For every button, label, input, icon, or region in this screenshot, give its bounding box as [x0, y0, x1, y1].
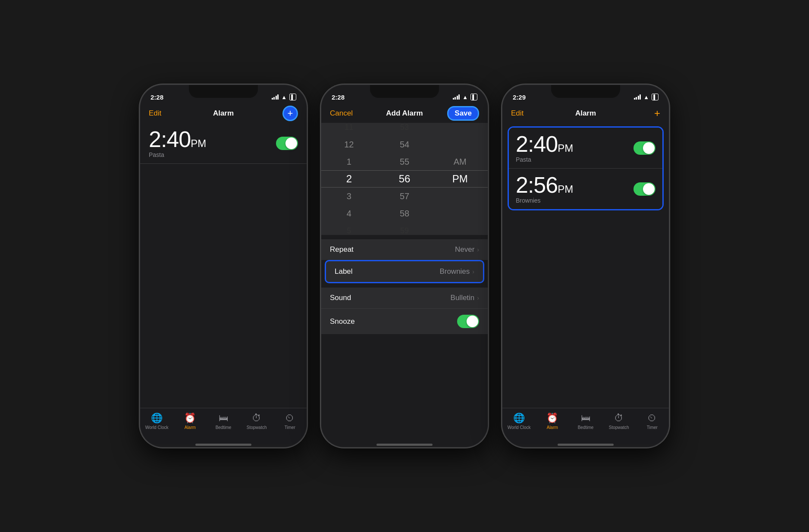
sound-snooze-section-2: Sound Bulletin › Snooze — [321, 288, 488, 334]
tab-timer-1[interactable]: ⏲ Timer — [277, 413, 303, 430]
alarm-label-1: Pasta — [149, 151, 206, 158]
time-picker-2[interactable]: 11 12 1 2 3 4 5 53 54 55 56 57 58 59 — [321, 123, 488, 235]
nav-bar-1: Edit Alarm + — [140, 104, 307, 123]
home-indicator-2 — [321, 444, 488, 447]
label-row-2[interactable]: Label Brownies › — [325, 260, 484, 283]
tab-bedtime-3[interactable]: 🛏 Bedtime — [573, 413, 599, 430]
label-chevron-2: › — [472, 268, 474, 275]
battery-icon-1: ▌ — [289, 94, 296, 100]
picker-am: AM — [432, 153, 488, 170]
repeat-value-2: Never › — [455, 245, 479, 254]
tab-world-clock-3[interactable]: 🌐 World Clock — [506, 413, 532, 430]
spacer-2 — [321, 334, 488, 444]
picker-hour-12: 12 — [321, 136, 377, 153]
edit-button-3[interactable]: Edit — [511, 109, 524, 118]
picker-hour-3: 3 — [321, 188, 377, 205]
wifi-icon-3: ▲ — [643, 94, 649, 100]
alarm-time-display-3-2: 2:56PM — [516, 174, 573, 196]
bedtime-label-3: Bedtime — [578, 425, 594, 430]
label-label-2: Label — [335, 267, 353, 276]
phone-2-screen: 2:28 ▲ ▌ Cancel Add Alarm Save — [321, 85, 488, 447]
status-bar-3: 2:29 ▲ ▌ — [502, 85, 669, 104]
picker-min-55: 55 — [377, 153, 433, 170]
snooze-toggle-2[interactable] — [457, 315, 479, 328]
repeat-label-2: Repeat — [330, 245, 354, 254]
tab-world-clock-1[interactable]: 🌐 World Clock — [144, 413, 170, 430]
picker-min-58: 58 — [377, 205, 433, 222]
save-button-2[interactable]: Save — [447, 106, 479, 121]
alarm-toggle-3-1[interactable] — [633, 141, 655, 155]
plus-icon-1: + — [288, 109, 293, 118]
picker-hour-11: 11 — [321, 123, 377, 136]
sound-chevron-2: › — [477, 294, 479, 301]
bedtime-icon-3: 🛏 — [581, 413, 590, 424]
alarm-label-3-1: Pasta — [516, 156, 573, 163]
label-row-container-2: Label Brownies › — [321, 260, 488, 283]
status-bar-2: 2:28 ▲ ▌ — [321, 85, 488, 104]
alarm-item-3-1[interactable]: 2:40PM Pasta — [509, 128, 662, 168]
repeat-row-2[interactable]: Repeat Never › — [321, 239, 488, 260]
picker-pm: PM — [432, 170, 488, 188]
snooze-label-2: Snooze — [330, 317, 355, 326]
home-indicator-1 — [140, 444, 307, 447]
alarm-tab-label-1: Alarm — [185, 425, 196, 430]
edit-button-1[interactable]: Edit — [149, 109, 161, 118]
stopwatch-label-1: Stopwatch — [247, 425, 267, 430]
alarm-icon-3: ⏰ — [546, 413, 558, 424]
repeat-chevron-2: › — [477, 246, 479, 253]
alarm-icon-1: ⏰ — [184, 413, 196, 424]
picker-ampm-2[interactable]: AM PM — [432, 123, 488, 235]
wifi-icon-2: ▲ — [462, 94, 468, 100]
tab-bedtime-1[interactable]: 🛏 Bedtime — [210, 413, 236, 430]
alarm-ampm-3-2: PM — [558, 183, 573, 195]
alarm-time-block-3-2: 2:56PM Brownies — [516, 174, 573, 204]
alarm-tab-label-3: Alarm — [547, 425, 558, 430]
timer-icon-1: ⏲ — [285, 413, 295, 424]
bedtime-icon-1: 🛏 — [219, 413, 228, 424]
alarm-time-3-2: 2:56 — [516, 172, 558, 197]
picker-min-53: 53 — [377, 123, 433, 136]
picker-min-59: 59 — [377, 222, 433, 235]
phone-1-screen: 2:28 ▲ ▌ Edit Alarm + — [140, 85, 307, 447]
tab-alarm-1[interactable]: ⏰ Alarm — [177, 413, 203, 430]
nav-title-1: Alarm — [213, 109, 234, 118]
alarm-list-highlighted-3: 2:40PM Pasta 2:56PM Brownies — [508, 126, 664, 210]
alarm-item-3-2[interactable]: 2:56PM Brownies — [509, 168, 662, 209]
alarm-list-1: 2:40PM Pasta — [140, 123, 307, 408]
picker-minutes-2[interactable]: 53 54 55 56 57 58 59 — [377, 123, 433, 235]
alarm-time-display-1: 2:40PM — [149, 128, 206, 150]
alarm-time-block-1: 2:40PM Pasta — [149, 128, 206, 158]
add-alarm-button-1[interactable]: + — [282, 106, 298, 121]
tab-timer-3[interactable]: ⏲ Timer — [639, 413, 665, 430]
snooze-row-2[interactable]: Snooze — [321, 309, 488, 334]
picker-min-56: 56 — [377, 170, 433, 188]
phones-container: 2:28 ▲ ▌ Edit Alarm + — [139, 84, 670, 448]
alarm-ampm-1: PM — [191, 138, 206, 149]
picker-hour-5: 5 — [321, 222, 377, 235]
alarm-item-1[interactable]: 2:40PM Pasta — [140, 123, 307, 164]
picker-hours-2[interactable]: 11 12 1 2 3 4 5 — [321, 123, 377, 235]
status-bar-1: 2:28 ▲ ▌ — [140, 85, 307, 104]
alarm-toggle-3-2[interactable] — [633, 182, 655, 196]
alarm-ampm-3-1: PM — [558, 142, 573, 154]
timer-label-1: Timer — [285, 425, 295, 430]
cancel-button-2[interactable]: Cancel — [330, 109, 353, 118]
world-clock-label-3: World Clock — [508, 425, 531, 430]
nav-title-2: Add Alarm — [386, 109, 423, 118]
picker-hour-1: 1 — [321, 153, 377, 170]
phone-3: 2:29 ▲ ▌ Edit Alarm + — [502, 84, 670, 448]
tab-bar-3: 🌐 World Clock ⏰ Alarm 🛏 Bedtime ⏱ Stopwa… — [502, 408, 669, 444]
add-alarm-button-3[interactable]: + — [654, 107, 660, 119]
bedtime-label-1: Bedtime — [216, 425, 232, 430]
tab-stopwatch-3[interactable]: ⏱ Stopwatch — [606, 413, 632, 430]
stopwatch-icon-1: ⏱ — [252, 413, 261, 424]
sound-row-2[interactable]: Sound Bulletin › — [321, 288, 488, 309]
home-indicator-3 — [502, 444, 669, 447]
nav-title-3: Alarm — [575, 109, 596, 118]
tab-alarm-3[interactable]: ⏰ Alarm — [539, 413, 565, 430]
status-time-3: 2:29 — [513, 94, 526, 101]
alarm-toggle-1[interactable] — [276, 137, 298, 150]
status-icons-1: ▲ ▌ — [272, 94, 296, 100]
tab-stopwatch-1[interactable]: ⏱ Stopwatch — [244, 413, 270, 430]
tab-bar-1: 🌐 World Clock ⏰ Alarm 🛏 Bedtime ⏱ Stopwa… — [140, 408, 307, 444]
